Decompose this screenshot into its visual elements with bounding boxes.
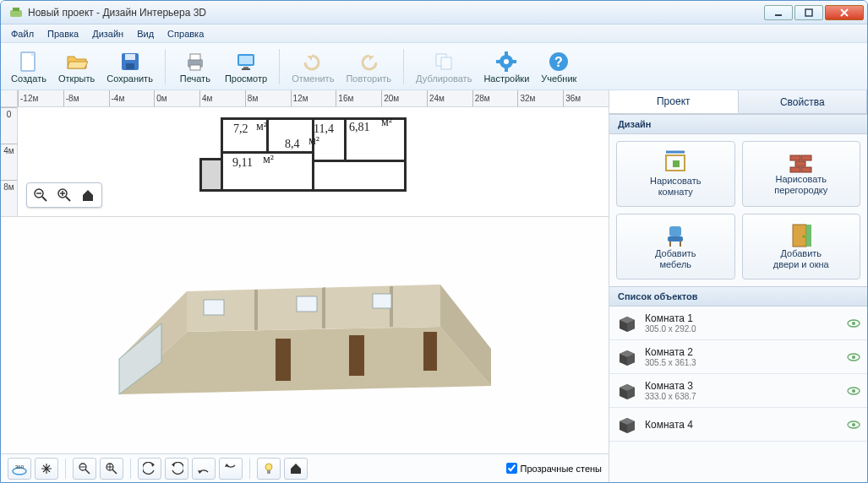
svg-rect-6: [125, 54, 135, 60]
undo-button[interactable]: Отменить: [287, 45, 339, 89]
pan-button[interactable]: [35, 458, 58, 480]
svg-point-85: [852, 389, 855, 393]
svg-rect-63: [801, 167, 811, 172]
ruler-tick: 32м: [517, 90, 563, 106]
tutorial-button[interactable]: ? Учебник: [536, 45, 581, 89]
list-item[interactable]: Комната 4: [609, 408, 867, 442]
room-area-label: 11,4: [314, 122, 334, 136]
svg-line-29: [66, 197, 70, 201]
tab-project[interactable]: Проект: [609, 90, 739, 113]
home-2d[interactable]: [76, 185, 100, 205]
object-name: Комната 3: [645, 380, 840, 392]
svg-line-26: [42, 197, 46, 201]
maximize-button[interactable]: [794, 5, 823, 20]
redo-button[interactable]: Повторить: [341, 45, 396, 89]
orbit-right-button[interactable]: [165, 458, 188, 480]
draw-room-button[interactable]: Нарисовать комнату: [616, 141, 735, 207]
menu-file[interactable]: Файл: [4, 26, 41, 41]
svg-text:?: ?: [554, 55, 563, 69]
open-folder-icon: [66, 50, 88, 73]
svg-rect-14: [242, 68, 250, 70]
duplicate-icon: [434, 50, 454, 73]
ruler-tick: 4м: [1, 144, 17, 180]
svg-rect-61: [795, 161, 805, 166]
home-3d-button[interactable]: [284, 458, 308, 480]
save-button[interactable]: Сохранить: [101, 45, 158, 89]
view-2d[interactable]: 04м8м 7,2м²8,4м²11,46,81м²9,11м²: [1, 107, 609, 217]
svg-rect-10: [190, 65, 200, 70]
object-dimensions: 305.0 x 292.0: [645, 324, 840, 334]
svg-rect-22: [512, 60, 516, 63]
cube-icon: [616, 415, 638, 434]
zoom-in-2d[interactable]: [52, 185, 76, 205]
draw-partition-button[interactable]: Нарисовать перегородку: [742, 141, 861, 207]
add-doors-windows-button[interactable]: Добавить двери и окна: [742, 214, 861, 279]
svg-rect-43: [297, 296, 317, 312]
object-list: Комната 1 305.0 x 292.0 Комната 2 305.5 …: [609, 307, 867, 482]
ruler-tick: 24м: [427, 90, 472, 106]
menu-design[interactable]: Дизайн: [85, 26, 130, 41]
visibility-eye-icon[interactable]: [847, 318, 860, 328]
door-icon: [789, 223, 813, 248]
undo-label: Отменить: [292, 73, 334, 84]
sidebar: Проект Свойства Дизайн Нарисовать комнат…: [609, 90, 867, 482]
room-area-label: 6,81: [349, 121, 370, 134]
content-area: -12м-8м-4м0м4м8м12м16м20м24м28м32м36м 04…: [1, 90, 867, 482]
ruler-tick: 36м: [563, 90, 609, 106]
canvas-area: -12м-8м-4м0м4м8м12м16м20м24м28м32м36м 04…: [1, 90, 609, 482]
light-button[interactable]: [257, 458, 281, 480]
svg-rect-42: [204, 300, 224, 315]
bottombar: 360 Прозрачные стены: [1, 453, 609, 482]
tilt-up-button[interactable]: [192, 458, 216, 480]
zoom-in-3d[interactable]: [100, 458, 123, 480]
close-button[interactable]: [825, 5, 864, 20]
duplicate-button[interactable]: Дублировать: [411, 45, 477, 89]
create-button[interactable]: Создать: [6, 45, 52, 89]
rotate-360-button[interactable]: 360: [8, 458, 31, 480]
open-button[interactable]: Открыть: [53, 45, 100, 89]
list-item[interactable]: Комната 1 305.0 x 292.0: [609, 307, 867, 340]
help-icon: ?: [549, 50, 569, 73]
print-button[interactable]: Печать: [172, 45, 218, 89]
minimize-button[interactable]: [764, 5, 793, 20]
ruler-tick: 4м: [199, 90, 245, 106]
visibility-eye-icon[interactable]: [847, 352, 860, 362]
menu-view[interactable]: Вид: [130, 26, 161, 41]
ruler-tick: 0м: [154, 90, 199, 106]
transparent-walls-checkbox[interactable]: Прозрачные стены: [506, 463, 602, 474]
orbit-left-button[interactable]: [138, 458, 161, 480]
svg-rect-13: [243, 67, 248, 68]
svg-point-75: [852, 322, 855, 325]
plan-2d-canvas[interactable]: 7,2м²8,4м²11,46,81м²9,11м²: [18, 107, 609, 216]
svg-rect-60: [801, 155, 811, 160]
view-3d[interactable]: [1, 217, 609, 453]
tilt-down-button[interactable]: [219, 458, 243, 480]
ruler-tick: 20м: [381, 90, 427, 106]
zoom-out-2d[interactable]: [29, 185, 52, 205]
list-item[interactable]: Комната 3 333.0 x 638.7: [609, 374, 867, 408]
svg-rect-41: [423, 332, 437, 371]
preview-button[interactable]: Просмотр: [220, 45, 272, 89]
settings-button[interactable]: Настройки: [478, 45, 534, 89]
transparent-walls-input[interactable]: [506, 463, 517, 474]
menu-edit[interactable]: Правка: [41, 26, 85, 41]
tutorial-label: Учебник: [541, 73, 576, 84]
visibility-eye-icon[interactable]: [847, 420, 860, 430]
cube-icon: [616, 348, 638, 366]
menu-help[interactable]: Справка: [161, 26, 210, 41]
zoom-out-3d[interactable]: [73, 458, 96, 480]
svg-rect-7: [126, 63, 134, 69]
svg-marker-35: [322, 287, 325, 328]
draw-partition-label: Нарисовать перегородку: [774, 174, 827, 196]
add-furniture-button[interactable]: Добавить мебель: [616, 214, 735, 279]
svg-rect-16: [441, 57, 451, 69]
svg-line-52: [112, 469, 117, 474]
tab-properties[interactable]: Свойства: [739, 90, 868, 113]
transparent-walls-label: Прозрачные стены: [521, 464, 602, 474]
list-item[interactable]: Комната 2 305.5 x 361.3: [609, 340, 867, 374]
bottombar-separator: [130, 459, 131, 479]
svg-rect-65: [668, 236, 683, 242]
visibility-eye-icon[interactable]: [847, 386, 860, 396]
gear-icon: [496, 50, 516, 73]
cube-icon: [616, 314, 638, 333]
